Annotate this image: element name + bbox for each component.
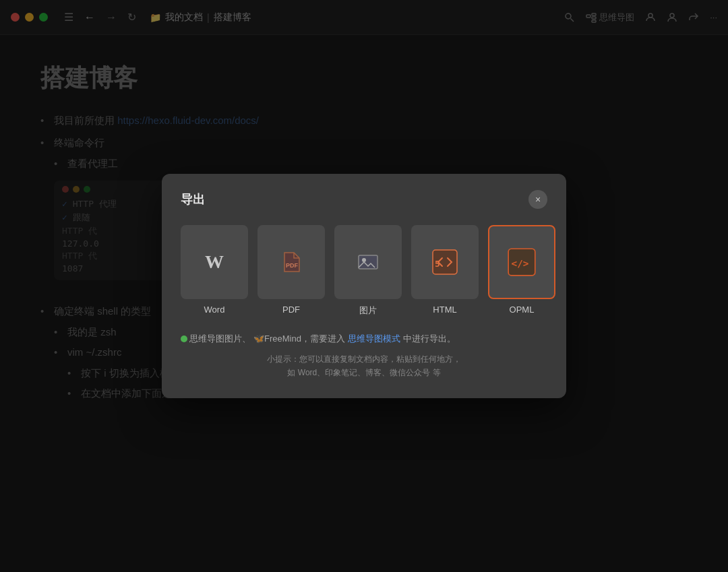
dialog-overlay: 导出 × W Word PDF — [0, 0, 728, 572]
export-note: 思维导图图片、 🦋FreeMind，需要进入 思维导图模式 中进行导出。 — [181, 333, 547, 345]
html-label: HTML — [433, 305, 456, 315]
dialog-close-button[interactable]: × — [528, 190, 547, 209]
svg-text:PDF: PDF — [286, 262, 299, 269]
pdf-icon-box: PDF — [257, 225, 325, 299]
export-tip: 小提示：您可以直接复制文档内容，粘贴到任何地方， 如 Word、印象笔记、博客、… — [181, 353, 547, 379]
export-option-pdf[interactable]: PDF PDF — [257, 225, 325, 317]
opml-icon: </> — [507, 247, 537, 277]
export-option-opml[interactable]: </> OPML — [488, 225, 555, 317]
opml-label: OPML — [510, 305, 535, 315]
image-icon-box — [334, 225, 402, 299]
export-dialog: 导出 × W Word PDF — [162, 174, 566, 398]
dialog-header: 导出 × — [181, 190, 547, 209]
mindmap-dot — [181, 336, 187, 342]
pdf-label: PDF — [282, 305, 300, 315]
dialog-title: 导出 — [181, 191, 205, 208]
export-option-html[interactable]: 5 HTML — [411, 225, 479, 317]
export-option-image[interactable]: 图片 — [334, 225, 402, 317]
image-icon — [356, 250, 380, 274]
pdf-icon: PDF — [279, 250, 303, 274]
opml-icon-box: </> — [488, 225, 555, 299]
html-icon: 5 — [431, 249, 458, 276]
html-icon-box: 5 — [411, 225, 479, 299]
export-option-word[interactable]: W Word — [181, 225, 248, 317]
word-icon: W — [205, 251, 224, 273]
word-icon-box: W — [181, 225, 248, 299]
image-label: 图片 — [359, 305, 377, 317]
word-label: Word — [204, 305, 225, 315]
svg-text:</>: </> — [512, 258, 529, 269]
mindmap-mode-link[interactable]: 思维导图模式 — [348, 333, 400, 345]
export-options: W Word PDF PDF — [181, 225, 547, 317]
